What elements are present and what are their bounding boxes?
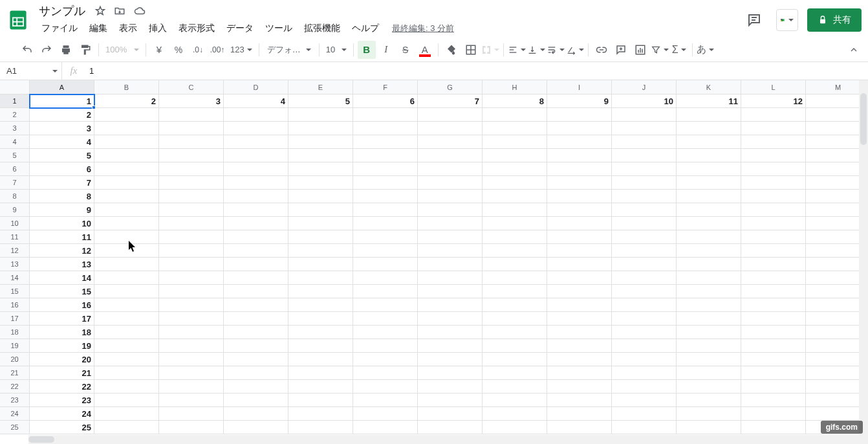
cell[interactable]	[353, 258, 418, 271]
cell[interactable]: 2	[94, 94, 159, 108]
borders-button[interactable]	[462, 41, 480, 59]
cell[interactable]	[288, 244, 353, 258]
insert-chart-button[interactable]	[631, 41, 649, 59]
row-header[interactable]: 19	[0, 339, 30, 353]
cell[interactable]	[547, 108, 612, 122]
cell[interactable]	[741, 407, 806, 421]
cell[interactable]	[547, 271, 612, 285]
name-box[interactable]: A1	[0, 62, 62, 80]
cell[interactable]	[677, 230, 741, 244]
format-percent-button[interactable]: %	[169, 41, 188, 59]
cell[interactable]	[159, 380, 224, 394]
cell[interactable]	[677, 312, 741, 326]
doc-title[interactable]: サンプル	[36, 2, 88, 20]
cell[interactable]	[483, 421, 547, 434]
menu-file[interactable]: ファイル	[36, 20, 83, 37]
menu-extensions[interactable]: 拡張機能	[299, 20, 345, 37]
cell[interactable]	[159, 203, 224, 217]
col-header-L[interactable]: L	[741, 80, 806, 94]
cell[interactable]	[224, 135, 288, 149]
cell[interactable]	[741, 394, 806, 407]
cell[interactable]: 11	[677, 94, 741, 108]
cell[interactable]	[159, 230, 224, 244]
cell[interactable]	[547, 162, 612, 176]
cell[interactable]	[418, 366, 483, 380]
cell[interactable]: 8	[483, 94, 547, 108]
cell[interactable]	[677, 394, 741, 407]
cell[interactable]: 24	[30, 407, 94, 421]
cell[interactable]	[741, 135, 806, 149]
cell[interactable]	[94, 394, 159, 407]
cell[interactable]	[483, 108, 547, 122]
cell[interactable]	[483, 258, 547, 271]
cell[interactable]	[159, 149, 224, 162]
cell[interactable]	[159, 285, 224, 298]
print-button[interactable]	[57, 41, 75, 59]
cell[interactable]	[159, 394, 224, 407]
cell[interactable]: 16	[30, 298, 94, 312]
cell[interactable]	[353, 176, 418, 190]
row-header[interactable]: 16	[0, 298, 30, 312]
cell[interactable]: 9	[547, 94, 612, 108]
formula-input[interactable]: 1	[85, 66, 868, 76]
meet-button[interactable]	[776, 9, 798, 31]
merge-cells-button[interactable]	[481, 41, 499, 59]
cell[interactable]	[483, 298, 547, 312]
cell[interactable]	[159, 135, 224, 149]
cell[interactable]	[94, 407, 159, 421]
cell[interactable]	[224, 149, 288, 162]
cell[interactable]	[353, 298, 418, 312]
bold-button[interactable]: B	[358, 41, 376, 59]
cell[interactable]	[224, 176, 288, 190]
cell[interactable]	[483, 230, 547, 244]
cell[interactable]: 8	[30, 190, 94, 203]
cell[interactable]: 22	[30, 380, 94, 394]
cell[interactable]	[224, 421, 288, 434]
cell[interactable]	[288, 258, 353, 271]
cell[interactable]	[353, 203, 418, 217]
cell[interactable]	[612, 135, 677, 149]
cell[interactable]	[159, 326, 224, 339]
insert-comment-button[interactable]	[612, 41, 630, 59]
cell[interactable]	[612, 190, 677, 203]
cell[interactable]	[224, 285, 288, 298]
row-header[interactable]: 4	[0, 135, 30, 149]
cell[interactable]	[547, 326, 612, 339]
cell[interactable]	[612, 298, 677, 312]
cell[interactable]	[483, 149, 547, 162]
menu-help[interactable]: ヘルプ	[347, 20, 384, 37]
font-size-dropdown[interactable]: 10	[323, 41, 349, 59]
cell[interactable]	[547, 190, 612, 203]
cell[interactable]	[353, 271, 418, 285]
cell[interactable]: 10	[30, 217, 94, 230]
cell[interactable]	[483, 366, 547, 380]
functions-button[interactable]: Σ	[670, 41, 688, 59]
cell[interactable]	[741, 176, 806, 190]
cell[interactable]	[677, 162, 741, 176]
cell[interactable]	[483, 244, 547, 258]
cell[interactable]	[94, 312, 159, 326]
cell[interactable]	[612, 108, 677, 122]
cell[interactable]	[288, 230, 353, 244]
cell[interactable]: 19	[30, 339, 94, 353]
cell[interactable]	[677, 244, 741, 258]
cell[interactable]	[612, 149, 677, 162]
star-icon[interactable]	[94, 5, 107, 17]
cell[interactable]	[94, 149, 159, 162]
cell[interactable]	[288, 176, 353, 190]
cell[interactable]	[94, 380, 159, 394]
cell[interactable]	[418, 203, 483, 217]
cell[interactable]	[677, 203, 741, 217]
cell[interactable]	[677, 407, 741, 421]
row-header[interactable]: 23	[0, 394, 30, 407]
cell[interactable]	[547, 176, 612, 190]
cell[interactable]	[677, 258, 741, 271]
cell[interactable]	[224, 244, 288, 258]
cell[interactable]	[612, 271, 677, 285]
cell[interactable]	[94, 190, 159, 203]
cell[interactable]	[612, 339, 677, 353]
cell[interactable]	[288, 421, 353, 434]
font-family-dropdown[interactable]: デフォルト...	[263, 41, 315, 59]
cell[interactable]	[741, 366, 806, 380]
cell[interactable]	[288, 285, 353, 298]
